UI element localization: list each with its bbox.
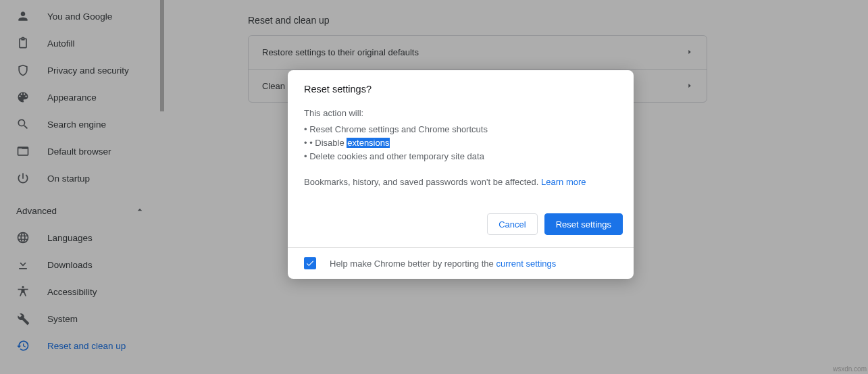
- dialog-bullet-1: Reset Chrome settings and Chrome shortcu…: [304, 123, 617, 136]
- check-icon: [305, 259, 315, 268]
- learn-more-link[interactable]: Learn more: [541, 177, 586, 187]
- dialog-text: This action will: Reset Chrome settings …: [304, 107, 617, 189]
- dialog-bullet-3: Delete cookies and other temporary site …: [304, 150, 617, 163]
- watermark: wsxdn.com: [833, 365, 867, 373]
- dialog-bullet-2: • Disable extensions: [304, 136, 617, 150]
- reset-settings-button[interactable]: Reset settings: [544, 213, 623, 235]
- current-settings-link[interactable]: current settings: [496, 259, 556, 269]
- report-checkbox[interactable]: [304, 257, 316, 269]
- reset-settings-dialog: Reset settings? This action will: Reset …: [288, 70, 634, 279]
- dialog-note: Bookmarks, history, and saved passwords …: [304, 176, 617, 189]
- dialog-intro: This action will:: [304, 107, 617, 120]
- dialog-footer-text: Help make Chrome better by reporting the…: [330, 259, 556, 269]
- dialog-title: Reset settings?: [304, 84, 617, 95]
- cancel-button[interactable]: Cancel: [487, 213, 537, 235]
